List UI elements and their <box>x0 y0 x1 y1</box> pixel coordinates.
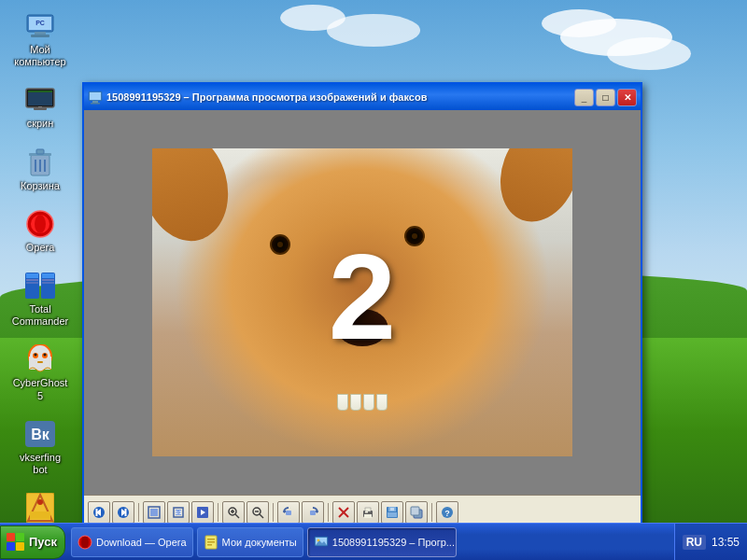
desktop-icon-cyberghost-label: CyberGhost 5 <box>11 377 69 401</box>
svg-line-59 <box>235 514 239 518</box>
svg-rect-12 <box>36 149 44 154</box>
desktop-icon-opera[interactable]: Opera <box>7 205 73 258</box>
desktop-icon-opera-label: Opera <box>26 242 55 254</box>
dog-eye-right <box>404 226 425 246</box>
window-controls: _ □ ✕ <box>574 89 637 106</box>
toolbar-help-button[interactable]: ? <box>436 501 458 524</box>
taskbar-item-viewer[interactable]: 1508991195329 – Прогр... <box>307 527 457 557</box>
desktop-icon-vkbot-label: vkserfing bot <box>11 452 69 476</box>
svg-rect-25 <box>42 279 54 281</box>
taskbar-item-opera-label: Download — Opera <box>96 537 187 548</box>
toolbar-rotatecw-button[interactable] <box>302 501 324 524</box>
window-content: 2 <box>84 110 641 495</box>
svg-rect-78 <box>388 512 397 517</box>
start-button[interactable]: Пуск <box>0 525 65 559</box>
desktop-icon-my-computer-label: Мой компьютер <box>11 44 69 68</box>
toolbar-slideshow-button[interactable] <box>191 501 214 524</box>
window-title-text: 1508991195329 – Программа просмотра изоб… <box>106 91 571 103</box>
svg-rect-68 <box>310 511 316 515</box>
taskbar-item-viewer-label: 1508991195329 – Прогр... <box>332 537 455 548</box>
svg-rect-73 <box>364 514 372 518</box>
toolbar-sep-5 <box>431 503 432 522</box>
toolbar-sep-4 <box>328 503 329 522</box>
toolbar-zoomin-button[interactable] <box>222 501 245 524</box>
minimize-button[interactable]: _ <box>574 89 594 106</box>
toolbar-save-button[interactable] <box>381 501 403 524</box>
desktop-icon-vkbot[interactable]: Вк vkserfing bot <box>7 415 73 480</box>
taskbar: Пуск Download — Opera Мои документы <box>0 523 747 560</box>
svg-point-33 <box>44 354 47 357</box>
toolbar-copy-button[interactable] <box>405 501 428 524</box>
svg-point-84 <box>81 536 89 549</box>
window-title-icon <box>88 90 103 105</box>
svg-rect-88 <box>207 541 215 543</box>
desktop-icon-recycle-label: Корзина <box>21 180 60 192</box>
start-label: Пуск <box>29 535 57 549</box>
svg-text:PC: PC <box>35 20 45 26</box>
svg-rect-40 <box>30 511 50 519</box>
svg-rect-87 <box>207 539 215 540</box>
viewer-window: 1508991195329 – Программа просмотра изоб… <box>82 82 642 530</box>
taskbar-item-documents[interactable]: Мои документы <box>197 527 303 557</box>
svg-rect-43 <box>92 101 98 103</box>
toolbar-sep-1 <box>138 503 139 522</box>
svg-rect-22 <box>26 273 38 278</box>
dog-image: 2 <box>152 148 572 456</box>
svg-rect-50 <box>125 509 127 516</box>
toolbar-zoomout-button[interactable] <box>247 501 269 524</box>
window-titlebar: 1508991195329 – Программа просмотра изоб… <box>84 84 641 110</box>
system-tray: RU 13:55 <box>674 524 747 560</box>
toolbar-delete-button[interactable] <box>332 501 355 524</box>
toolbar-sep-2 <box>218 503 218 522</box>
taskbar-item-opera[interactable]: Download — Opera <box>71 527 193 557</box>
svg-rect-47 <box>96 509 98 516</box>
toolbar-next-button[interactable] <box>112 501 134 524</box>
desktop-icon-tc-label: TotalCommander <box>12 303 69 328</box>
dog-ear-left <box>152 148 240 251</box>
svg-rect-34 <box>37 361 43 363</box>
svg-rect-6 <box>28 91 52 105</box>
image-number-overlay: 2 <box>329 236 396 357</box>
svg-rect-66 <box>286 511 291 515</box>
svg-rect-9 <box>34 107 47 110</box>
svg-rect-44 <box>91 103 100 105</box>
desktop-icon-my-computer[interactable]: PC Мой компьютер <box>7 7 73 72</box>
svg-rect-42 <box>90 92 101 100</box>
svg-rect-27 <box>42 282 54 284</box>
toolbar-prev-button[interactable] <box>88 501 110 524</box>
svg-rect-52 <box>150 509 158 516</box>
toolbar-bestfit-button[interactable] <box>143 501 165 524</box>
svg-line-63 <box>260 514 263 518</box>
tray-clock: 13:55 <box>712 536 740 549</box>
svg-point-39 <box>37 499 43 505</box>
start-logo <box>7 533 25 552</box>
toolbar-actualsize-button[interactable]: 1:1 <box>167 501 190 524</box>
toolbar-print-button[interactable] <box>357 501 379 524</box>
svg-rect-89 <box>207 544 212 546</box>
svg-rect-3 <box>31 35 49 37</box>
svg-rect-80 <box>411 507 419 515</box>
desktop-icon-total-commander[interactable]: TotalCommander <box>7 267 73 331</box>
taskbar-item-documents-label: Мои документы <box>222 537 297 548</box>
svg-text:Вк: Вк <box>31 427 50 442</box>
toolbar-sep-3 <box>273 503 274 522</box>
svg-rect-23 <box>42 273 54 278</box>
desktop-icon-screenshot[interactable]: скрин <box>7 81 73 133</box>
desktop-icon-cyberghost[interactable]: CyberGhost 5 <box>7 341 73 405</box>
svg-rect-24 <box>26 279 38 281</box>
tray-language[interactable]: RU <box>683 535 706 550</box>
desktop-icon-recycle-bin[interactable]: Корзина <box>7 144 73 196</box>
svg-rect-74 <box>365 511 368 513</box>
toolbar-rotateccw-button[interactable] <box>277 501 300 524</box>
svg-point-32 <box>35 354 37 357</box>
svg-rect-77 <box>390 508 394 511</box>
close-button[interactable]: ✕ <box>617 89 637 106</box>
maximize-button[interactable]: □ <box>596 89 615 106</box>
desktop-icon-screenshot-label: скрин <box>27 118 54 130</box>
svg-rect-7 <box>28 91 52 92</box>
dog-ear-right <box>487 148 572 232</box>
desktop: PC Мой компьютер скрин <box>0 0 747 560</box>
dog-teeth <box>337 394 388 411</box>
desktop-icons: PC Мой компьютер скрин <box>7 7 73 553</box>
svg-text:1:1: 1:1 <box>175 510 181 515</box>
